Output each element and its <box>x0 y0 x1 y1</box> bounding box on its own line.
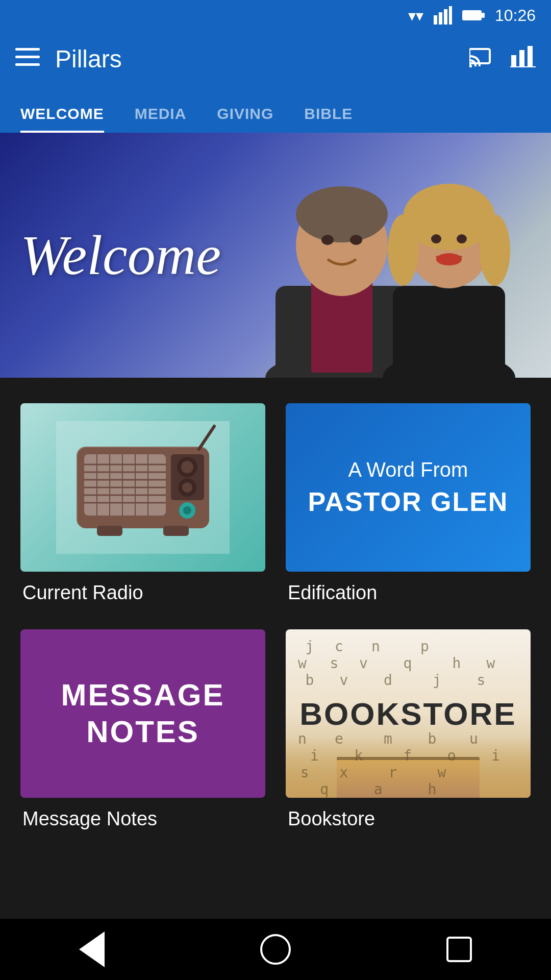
svg-rect-23 <box>393 286 505 378</box>
bookstore-item[interactable]: j c n p w s v q h w b v d j s n e <box>286 629 531 830</box>
svg-rect-2 <box>444 9 447 24</box>
svg-rect-3 <box>449 6 452 24</box>
back-icon <box>79 932 105 967</box>
tab-welcome[interactable]: WELCOME <box>5 105 119 133</box>
app-title: Pillars <box>55 45 454 73</box>
nav-bar <box>0 919 551 980</box>
home-icon <box>260 934 291 965</box>
svg-rect-54 <box>163 526 189 536</box>
edification-item[interactable]: A Word From PASTOR GLEN Edification <box>286 403 531 604</box>
battery-icon <box>462 8 485 22</box>
tab-bible[interactable]: BIBLE <box>289 105 368 133</box>
svg-rect-6 <box>15 48 40 51</box>
welcome-text-overlay: Welcome <box>20 223 221 288</box>
svg-point-26 <box>388 214 418 286</box>
tab-media[interactable]: MEDIA <box>119 105 202 133</box>
recent-icon <box>446 937 472 962</box>
content-grid: Current Radio A Word From PASTOR GLEN Ed… <box>0 378 551 855</box>
welcome-banner: Welcome <box>0 133 551 378</box>
bookstore-label: Bookstore <box>286 808 375 830</box>
edification-image: A Word From PASTOR GLEN <box>286 403 531 572</box>
edification-line1: A Word From <box>308 458 509 481</box>
svg-rect-53 <box>97 526 122 536</box>
tab-giving[interactable]: GIVING <box>202 105 289 133</box>
chart-button[interactable] <box>510 45 536 72</box>
edification-line2: PASTOR GLEN <box>308 486 509 517</box>
svg-point-21 <box>350 235 362 245</box>
tab-bar: WELCOME MEDIA GIVING BIBLE <box>0 87 551 133</box>
svg-point-10 <box>469 64 472 67</box>
nav-home-button[interactable] <box>255 929 296 970</box>
svg-rect-12 <box>519 50 524 67</box>
svg-rect-0 <box>434 15 437 24</box>
wifi-icon: ▾▾ <box>408 7 423 24</box>
signal-icon <box>434 6 452 24</box>
app-bar: Pillars <box>0 31 551 87</box>
svg-rect-1 <box>439 12 442 24</box>
svg-point-52 <box>183 506 191 514</box>
nav-recent-button[interactable] <box>439 929 480 970</box>
svg-rect-11 <box>511 55 516 67</box>
svg-point-30 <box>436 253 462 265</box>
svg-rect-8 <box>15 63 40 66</box>
svg-rect-5 <box>482 13 485 18</box>
edification-label: Edification <box>286 582 377 604</box>
svg-point-20 <box>321 235 334 245</box>
edification-image-text: A Word From PASTOR GLEN <box>308 458 509 517</box>
current-radio-label: Current Radio <box>20 582 143 604</box>
svg-point-48 <box>181 461 193 473</box>
bookstore-image: j c n p w s v q h w b v d j s n e <box>286 629 531 798</box>
message-notes-image: MESSAGE NOTES <box>20 629 265 798</box>
svg-point-28 <box>431 234 441 243</box>
message-notes-item[interactable]: MESSAGE NOTES Message Notes <box>20 629 265 830</box>
menu-button[interactable] <box>15 47 40 70</box>
svg-point-27 <box>480 214 510 286</box>
cast-button[interactable] <box>469 45 495 72</box>
banner-people <box>194 133 551 378</box>
svg-point-29 <box>457 234 467 243</box>
svg-point-50 <box>182 482 192 493</box>
svg-rect-14 <box>510 66 536 67</box>
welcome-text: Welcome <box>20 224 221 286</box>
svg-rect-7 <box>15 56 40 58</box>
status-time: 10:26 <box>495 6 536 25</box>
message-notes-text: MESSAGE NOTES <box>61 677 224 750</box>
bookstore-image-text: BOOKSTORE <box>299 696 516 732</box>
svg-rect-4 <box>462 10 482 20</box>
current-radio-item[interactable]: Current Radio <box>20 403 265 604</box>
status-bar: ▾▾ 10:26 <box>0 0 551 31</box>
svg-rect-13 <box>528 46 533 67</box>
nav-back-button[interactable] <box>71 929 112 970</box>
current-radio-image <box>20 403 265 572</box>
svg-point-19 <box>296 186 388 242</box>
message-notes-label: Message Notes <box>20 808 157 830</box>
